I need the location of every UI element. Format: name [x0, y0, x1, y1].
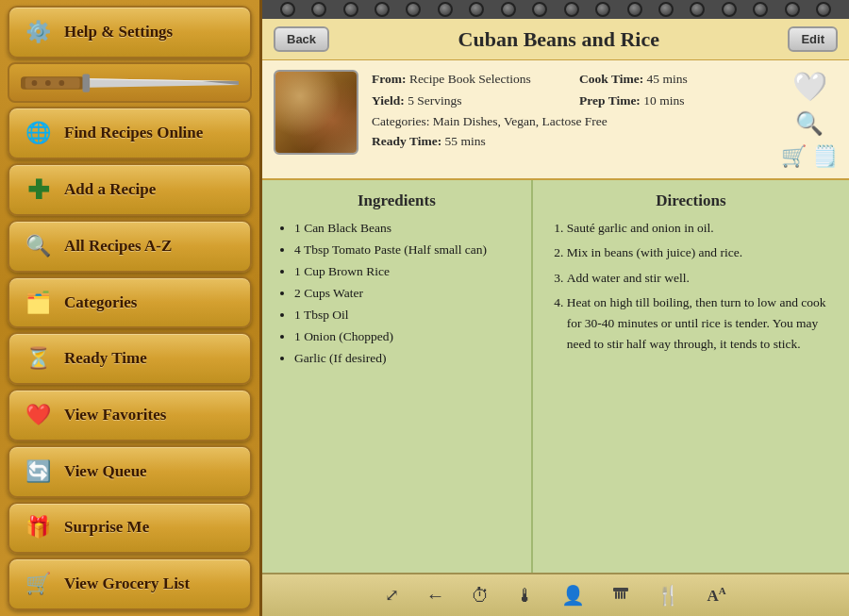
recipe-title: Cuban Beans and Rice — [458, 27, 659, 52]
spiral-ring — [406, 2, 421, 17]
search-magnify-icon[interactable]: 🔍 — [795, 110, 824, 137]
ingredients-section: Ingredients 1 Can Black Beans 4 Tbsp Tom… — [262, 180, 533, 573]
spiral-ring — [753, 2, 768, 17]
globe-icon: 🌐 — [21, 116, 55, 150]
comb-svg — [611, 584, 630, 603]
spiral-ring — [658, 2, 674, 17]
cook-time-label: Cook Time: — [579, 72, 643, 86]
meta-categories: Categories: Main Dishes, Vegan, Lactose … — [372, 114, 768, 129]
sidebar-label-surprise: Surprise Me — [64, 518, 149, 537]
cook-time-value: 45 mins — [647, 72, 688, 86]
svg-rect-10 — [615, 591, 617, 599]
spiral-ring — [343, 2, 358, 17]
sidebar-label-all-recipes: All Recipes A-Z — [64, 237, 172, 256]
svg-point-4 — [58, 80, 64, 86]
person-icon[interactable]: 👤 — [561, 584, 585, 607]
meta-yield: Yield: 5 Servings — [372, 92, 560, 110]
meta-cook-time: Cook Time: 45 mins — [579, 70, 768, 89]
ready-time-value: 55 mins — [445, 134, 486, 148]
meta-from: From: Recipe Book Selections — [372, 70, 560, 89]
ingredient-item: 1 Cup Brown Rice — [294, 261, 516, 283]
back-arrow-icon[interactable]: ← — [425, 585, 444, 607]
direction-step: Sauté garlic and onion in oil. — [567, 218, 834, 239]
sidebar-item-grocery[interactable]: 🛒 View Grocery List — [8, 558, 252, 610]
svg-rect-5 — [82, 74, 90, 92]
back-button[interactable]: Back — [274, 26, 329, 52]
spiral-ring — [816, 2, 831, 17]
sidebar-item-find-recipes[interactable]: 🌐 Find Recipes Online — [8, 107, 252, 159]
ingredient-item: 4 Tbsp Tomato Paste (Half small can) — [294, 240, 516, 261]
font-size-icon[interactable]: AA — [707, 585, 725, 606]
spiral-ring — [532, 2, 547, 17]
ingredient-item: 1 Onion (Chopped) — [294, 326, 516, 348]
spiral-ring — [564, 2, 579, 17]
main-content: Back Cuban Beans and Rice Edit From: Rec… — [262, 0, 849, 616]
comb-icon[interactable] — [611, 584, 630, 608]
sidebar-item-categories[interactable]: 🗂️ Categories — [8, 276, 252, 329]
spiral-ring — [690, 2, 705, 17]
recipe-meta: From: Recipe Book Selections Cook Time: … — [372, 70, 768, 169]
ingredient-item: 1 Can Black Beans — [294, 218, 516, 240]
search-icon: 🔍 — [21, 229, 55, 263]
spiral-binding — [262, 0, 849, 19]
direction-step: Heat on high till boiling, then turn to … — [567, 292, 834, 356]
sidebar-label-ready-time: Ready Time — [64, 349, 147, 368]
note-icon[interactable]: 🗒️ — [812, 144, 838, 169]
utensils-icon[interactable]: 🍴 — [657, 584, 680, 607]
cart-add-icon[interactable]: 🛒 — [781, 144, 807, 169]
prep-time-label: Prep Time: — [579, 93, 641, 108]
sidebar-item-help-settings[interactable]: ⚙️ Help & Settings — [8, 6, 252, 58]
sidebar-item-queue[interactable]: 🔄 View Queue — [8, 445, 252, 498]
ingredient-item: 1 Tbsp Oil — [294, 305, 516, 326]
sidebar-label-favorites: View Favorites — [64, 406, 166, 425]
ingredient-item: Garlic (If desired) — [294, 348, 516, 370]
sidebar-item-favorites[interactable]: ❤️ View Favorites — [8, 389, 252, 441]
sidebar-label-help-settings: Help & Settings — [64, 23, 173, 42]
yield-label: Yield: — [372, 93, 405, 108]
sidebar-item-add-recipe[interactable]: ✚ Add a Recipe — [8, 163, 252, 216]
from-label: From: — [372, 72, 407, 86]
action-icons: 🤍 🔍 🛒 🗒️ — [781, 70, 838, 169]
sidebar: ⚙️ Help & Settings 🌐 Find Recipes Online… — [0, 0, 262, 616]
queue-icon: 🔄 — [21, 455, 55, 489]
thermometer-icon[interactable]: 🌡 — [516, 585, 535, 607]
recipe-photo — [274, 70, 358, 155]
direction-list: Sauté garlic and onion in oil. Mix in be… — [548, 218, 834, 356]
sidebar-item-all-recipes[interactable]: 🔍 All Recipes A-Z — [8, 220, 252, 273]
recipe-header: Back Cuban Beans and Rice Edit — [262, 19, 849, 60]
sidebar-label-queue: View Queue — [64, 462, 147, 481]
spiral-ring — [595, 2, 610, 17]
spiral-ring — [722, 2, 737, 17]
edit-button[interactable]: Edit — [788, 26, 838, 52]
ingredients-title: Ingredients — [277, 191, 516, 210]
yield-value: 5 Servings — [408, 93, 461, 108]
svg-rect-13 — [624, 591, 625, 599]
sidebar-item-surprise[interactable]: 🎁 Surprise Me — [8, 502, 252, 555]
recipe-info: From: Recipe Book Selections Cook Time: … — [262, 60, 849, 180]
categories-icon: 🗂️ — [21, 286, 55, 320]
spiral-ring — [311, 2, 326, 17]
ingredient-item: 2 Cups Water — [294, 283, 516, 305]
spiral-ring — [469, 2, 484, 17]
svg-point-2 — [32, 80, 38, 86]
sidebar-label-find-recipes: Find Recipes Online — [64, 124, 203, 142]
sidebar-item-ready-time[interactable]: ⏳ Ready Time — [8, 332, 252, 385]
fullscreen-icon[interactable]: ⤢ — [385, 585, 399, 606]
spiral-ring — [785, 2, 800, 17]
favorite-heart-icon[interactable]: 🤍 — [792, 70, 827, 103]
svg-rect-11 — [618, 591, 620, 599]
hourglass-icon: ⏳ — [21, 341, 55, 375]
categories-value: Main Dishes, Vegan, Lactose Free — [433, 114, 608, 128]
directions-section: Directions Sauté garlic and onion in oil… — [533, 180, 849, 573]
sidebar-label-categories: Categories — [64, 293, 137, 312]
gear-icon: ⚙️ — [21, 15, 55, 49]
bottom-toolbar: ⤢ ← ⏱ 🌡 👤 🍴 AA — [262, 573, 849, 616]
meta-ready-time: Ready Time: 55 mins — [372, 132, 560, 151]
svg-rect-12 — [621, 591, 623, 599]
directions-title: Directions — [548, 191, 834, 210]
timer-icon[interactable]: ⏱ — [471, 585, 490, 607]
content-area: Ingredients 1 Can Black Beans 4 Tbsp Tom… — [262, 180, 849, 573]
sidebar-label-grocery: View Grocery List — [64, 574, 190, 593]
meta-prep-time: Prep Time: 10 mins — [579, 92, 768, 110]
from-value: Recipe Book Selections — [409, 72, 531, 86]
